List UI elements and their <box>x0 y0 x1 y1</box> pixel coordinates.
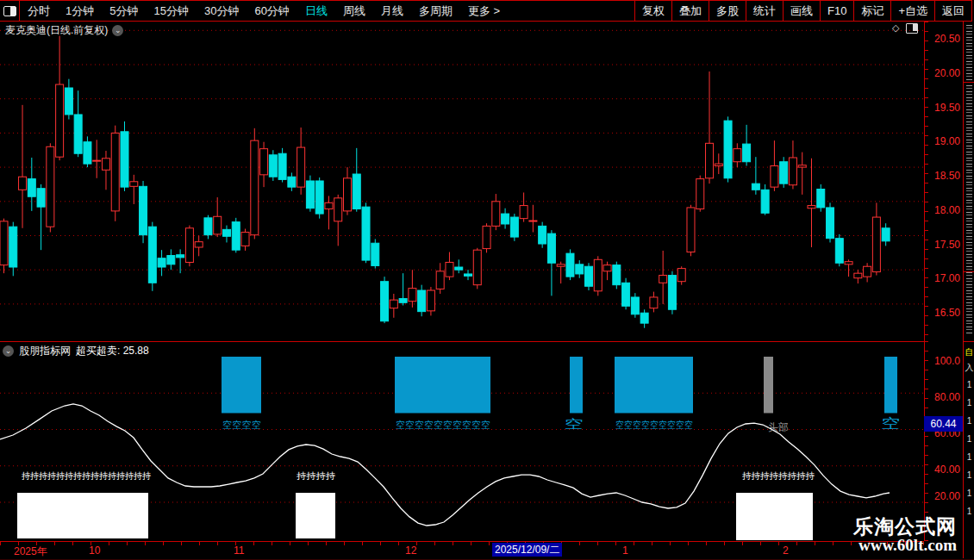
price-tick-label: 17.50 <box>934 239 960 251</box>
period-item-周线[interactable]: 周线 <box>335 3 373 19</box>
candle-body <box>808 206 815 208</box>
toolbar-button-F10[interactable]: F10 <box>820 1 853 21</box>
period-item-分时[interactable]: 分时 <box>20 3 58 19</box>
chevron-down-icon[interactable]: ⌄ <box>112 25 123 36</box>
candle-body <box>465 274 472 276</box>
candle-body <box>706 143 714 177</box>
candle-body <box>371 243 379 265</box>
candle-body <box>9 227 17 267</box>
candle-body <box>195 242 203 247</box>
signal-box <box>736 493 813 540</box>
period-item-日线[interactable]: 日线 <box>297 3 335 19</box>
chart-corner-icons: ◇ <box>892 22 918 34</box>
candle-body <box>288 177 296 187</box>
toolbar-button-叠加[interactable]: 叠加 <box>671 1 709 21</box>
candle-body <box>232 222 240 251</box>
strip-item: 1 <box>964 380 974 389</box>
candle-body <box>761 190 769 213</box>
candle-body <box>297 147 305 187</box>
date-tick-label: 2 <box>783 544 789 557</box>
period-item-60分钟[interactable]: 60分钟 <box>247 3 297 19</box>
period-item-1分钟[interactable]: 1分钟 <box>58 3 102 19</box>
price-tick-label: 20.00 <box>934 67 960 79</box>
chi-label: 持持持持持持持持持持持持持持持 <box>22 470 151 481</box>
candle-body <box>47 146 54 227</box>
right-sidebar-strip[interactable]: 自 入11111111 <box>963 22 974 558</box>
indicator-bar <box>884 357 897 413</box>
candle-body <box>390 300 397 308</box>
candle-body <box>724 121 732 178</box>
candle-body <box>427 290 434 311</box>
toolbar-button-+自选[interactable]: +自选 <box>890 1 934 21</box>
candle-body <box>28 179 35 197</box>
candle-body <box>780 162 788 184</box>
candle-body <box>269 155 277 177</box>
candle-body <box>789 158 796 185</box>
candle-body <box>650 297 658 308</box>
period-menu: 分时1分钟5分钟15分钟30分钟60分钟日线周线月线多周期更多 > <box>20 3 508 19</box>
period-item-更多 >[interactable]: 更多 > <box>460 3 508 19</box>
indicator-readout: 超买超卖: 25.88 <box>76 344 149 358</box>
window-layout-button[interactable] <box>0 1 20 21</box>
price-tick-label: 18.00 <box>934 204 960 216</box>
candle-body <box>148 227 156 283</box>
candle-body <box>251 140 259 235</box>
candle-body <box>835 239 843 264</box>
indicator-panel[interactable]: 空空空空空空空空空空空空空空空空空空空空空空空空空持持持持持持持持持持持持持持持… <box>0 341 924 541</box>
candle-body <box>436 271 444 289</box>
period-item-15分钟[interactable]: 15分钟 <box>146 3 196 19</box>
diamond-icon[interactable]: ◇ <box>892 22 899 34</box>
strip-item: 1 <box>964 398 974 408</box>
indicator-axis: 100.080.0060.0040.0020.00 <box>924 341 964 541</box>
toolbar-button-复权[interactable]: 复权 <box>635 1 671 21</box>
candle-body <box>214 216 222 234</box>
toubu-label: 头部 <box>768 421 789 433</box>
toolbar-button-标记[interactable]: 标记 <box>853 1 890 21</box>
signal-box <box>17 493 148 538</box>
date-axis[interactable]: 2025年 2025/12/09/二 10111212 <box>0 541 924 560</box>
indicator-tick-label: 20.00 <box>934 490 960 502</box>
candle-body <box>613 265 621 285</box>
toolbar-button-画线[interactable]: 画线 <box>783 1 820 21</box>
candle-body <box>140 186 147 234</box>
price-tick-label: 19.50 <box>934 102 960 114</box>
period-item-5分钟[interactable]: 5分钟 <box>102 3 146 19</box>
candle-body <box>510 217 518 237</box>
period-item-月线[interactable]: 月线 <box>373 3 411 19</box>
toolbar-button-返回[interactable]: 返回 <box>934 1 971 21</box>
strip-label: 自 <box>964 346 974 358</box>
candle-body <box>798 165 806 167</box>
period-item-30分钟[interactable]: 30分钟 <box>197 3 247 19</box>
candle-body <box>640 313 648 323</box>
kong-label: 空 <box>565 417 584 431</box>
candle-body <box>204 218 212 235</box>
candle-body <box>845 262 852 264</box>
indicator-bar <box>395 357 490 413</box>
date-tick-label: 11 <box>234 544 244 557</box>
indicator-tick-label: 100.0 <box>934 355 960 367</box>
toolbar-button-统计[interactable]: 统计 <box>746 1 783 21</box>
candle-body <box>278 153 286 179</box>
chevron-down-icon[interactable]: ⌄ <box>3 345 14 357</box>
panel-icon[interactable] <box>906 23 918 34</box>
candlestick-chart[interactable] <box>0 22 924 341</box>
watermark-url: www.60lt.com <box>858 537 957 554</box>
indicator-source-label: 股朋指标网 <box>19 344 71 358</box>
candle-body <box>539 226 546 244</box>
candle-body <box>418 290 426 312</box>
candle-body <box>158 258 165 267</box>
kong-label: 空 <box>881 416 900 431</box>
candle-body <box>399 299 407 303</box>
candle-body <box>677 269 685 282</box>
indicator-header: ⌄ 股朋指标网 超买超卖: 25.88 <box>3 344 149 358</box>
period-item-多周期[interactable]: 多周期 <box>411 3 460 19</box>
strip-item: 1 <box>964 488 974 498</box>
candle-body <box>529 221 537 221</box>
strip-item: 1 <box>964 452 974 462</box>
kong-label: 空空空空空空空空空空 <box>396 420 490 430</box>
candle-body <box>771 166 778 188</box>
date-tick-label: 10 <box>89 544 100 557</box>
toolbar-button-多股[interactable]: 多股 <box>709 1 746 21</box>
candle-body <box>343 178 351 211</box>
kong-label: 空空空空 <box>222 420 261 430</box>
